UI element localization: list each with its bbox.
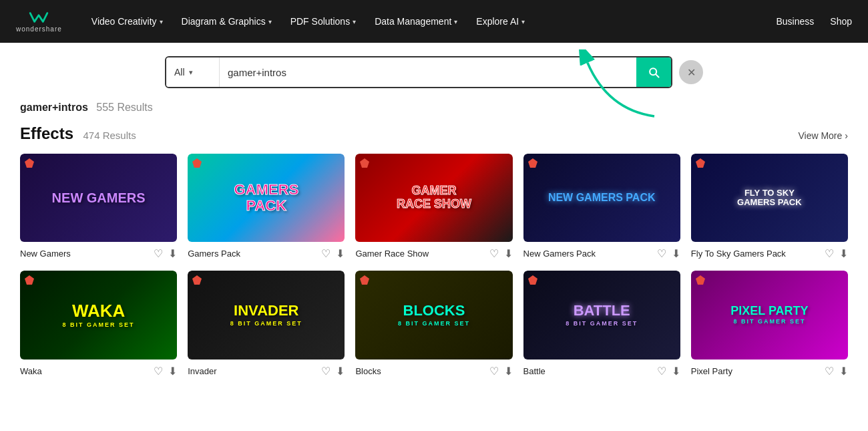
card-title: New Gamers Pack: [523, 249, 596, 259]
card-label: Waka ♡ ⬇: [20, 365, 177, 378]
download-icon[interactable]: ⬇: [672, 365, 680, 378]
view-more-button[interactable]: View More ›: [798, 130, 848, 141]
card-thumbnail: WAKA 8 BIT GAMER SET: [20, 271, 177, 359]
card-fly-to-sky[interactable]: FLY TO SKYGAMERS PACK Fly To Sky Gamers …: [691, 154, 848, 260]
search-bar: All ▾: [165, 56, 672, 88]
search-icon: [647, 65, 660, 79]
download-icon[interactable]: ⬇: [504, 365, 513, 378]
card-gamers-pack[interactable]: GAMERSPACK Gamers Pack ♡ ⬇: [188, 154, 345, 260]
chevron-down-icon: ▾: [454, 18, 457, 25]
cards-row-1: New Gamers New Gamers ♡ ⬇ GAMERSPACK Gam…: [20, 154, 848, 260]
heart-icon[interactable]: ♡: [825, 365, 834, 378]
card-thumbnail: INVADER 8 BIT GAMER SET: [188, 271, 345, 359]
card-actions: ♡ ⬇: [321, 247, 345, 260]
card-title: Gamers Pack: [188, 249, 240, 259]
heart-icon[interactable]: ♡: [657, 365, 666, 378]
card-label: Fly To Sky Gamers Pack ♡ ⬇: [691, 247, 848, 260]
nav-item-data-management[interactable]: Data Management ▾: [367, 11, 465, 32]
clear-button[interactable]: ✕: [679, 60, 703, 84]
chevron-down-icon: ▾: [353, 18, 356, 25]
gem-icon: [359, 275, 370, 285]
card-thumbnail: GAMERRACE SHOW: [355, 154, 512, 242]
card-actions: ♡ ⬇: [154, 365, 177, 378]
heart-icon[interactable]: ♡: [657, 247, 666, 260]
card-title: Blocks: [355, 366, 381, 376]
download-icon[interactable]: ⬇: [839, 247, 848, 260]
search-section: All ▾ ✕: [0, 43, 868, 99]
nav-item-business[interactable]: Business: [776, 16, 814, 27]
nav-item-diagram-graphics[interactable]: Diagram & Graphics ▾: [174, 11, 280, 32]
card-label: Invader ♡ ⬇: [188, 365, 345, 378]
search-button[interactable]: [636, 57, 671, 87]
gem-icon: [359, 158, 370, 168]
heart-icon[interactable]: ♡: [154, 365, 163, 378]
svg-marker-2: [192, 158, 202, 168]
nav-item-video-creativity[interactable]: Video Creativity ▾: [83, 11, 171, 32]
svg-marker-4: [528, 158, 537, 168]
nav-item-shop[interactable]: Shop: [830, 16, 852, 27]
card-label: Blocks ♡ ⬇: [355, 365, 512, 378]
card-new-gamers-pack[interactable]: New Gamers Pack New Gamers Pack ♡ ⬇: [523, 154, 680, 260]
card-label: New Gamers ♡ ⬇: [20, 247, 177, 260]
card-title: Battle: [523, 366, 546, 376]
card-pixel-party[interactable]: PIXEL PARTY 8 BIT GAMER SET Pixel Party …: [691, 271, 848, 377]
chevron-down-icon: ▾: [268, 18, 272, 25]
card-label: New Gamers Pack ♡ ⬇: [523, 247, 680, 260]
gem-icon: [695, 275, 706, 285]
card-waka[interactable]: WAKA 8 BIT GAMER SET Waka ♡ ⬇: [20, 271, 177, 377]
download-icon[interactable]: ⬇: [336, 247, 345, 260]
heart-icon[interactable]: ♡: [321, 365, 331, 378]
section-title: Effects: [20, 124, 73, 142]
card-thumbnail: FLY TO SKYGAMERS PACK: [691, 154, 848, 242]
svg-marker-1: [25, 158, 34, 168]
card-label: Battle ♡ ⬇: [523, 365, 680, 378]
gem-icon: [192, 158, 202, 168]
nav-items: Video Creativity ▾ Diagram & Graphics ▾ …: [83, 11, 777, 32]
card-thumbnail: GAMERSPACK: [188, 154, 345, 242]
card-actions: ♡ ⬇: [489, 365, 513, 378]
download-icon[interactable]: ⬇: [672, 247, 680, 260]
gem-icon: [695, 158, 706, 168]
card-actions: ♡ ⬇: [321, 365, 345, 378]
svg-marker-10: [696, 275, 705, 285]
svg-marker-3: [360, 158, 369, 168]
card-gamer-race-show[interactable]: GAMERRACE SHOW Gamer Race Show ♡ ⬇: [355, 154, 512, 260]
download-icon[interactable]: ⬇: [504, 247, 513, 260]
card-thumbnail: BATTLE 8 BIT GAMER SET: [523, 271, 680, 359]
svg-marker-7: [192, 275, 202, 285]
card-battle[interactable]: BATTLE 8 BIT GAMER SET Battle ♡ ⬇: [523, 271, 680, 377]
logo[interactable]: wondershare: [16, 11, 62, 33]
heart-icon[interactable]: ♡: [154, 247, 163, 260]
results-header: gamer+intros 555 Results: [0, 99, 868, 124]
card-title: Waka: [20, 366, 42, 376]
search-input[interactable]: [220, 57, 636, 87]
download-icon[interactable]: ⬇: [839, 365, 848, 378]
heart-icon[interactable]: ♡: [489, 365, 499, 378]
search-category-dropdown[interactable]: All ▾: [166, 57, 220, 87]
section-header: Effects 474 Results View More ›: [20, 124, 848, 143]
card-title: New Gamers: [20, 249, 71, 259]
section-count: 474 Results: [83, 130, 136, 141]
card-invader[interactable]: INVADER 8 BIT GAMER SET Invader ♡ ⬇: [188, 271, 345, 377]
nav-item-pdf-solutions[interactable]: PDF Solutions ▾: [282, 11, 364, 32]
download-icon[interactable]: ⬇: [168, 365, 177, 378]
nav-item-explore-ai[interactable]: Explore AI ▾: [468, 11, 533, 32]
gem-icon: [192, 275, 202, 285]
card-blocks[interactable]: BLOCKS 8 BIT GAMER SET Blocks ♡ ⬇: [355, 271, 512, 377]
heart-icon[interactable]: ♡: [489, 247, 499, 260]
card-actions: ♡ ⬇: [825, 365, 848, 378]
card-title: Gamer Race Show: [355, 249, 429, 259]
card-title: Pixel Party: [691, 366, 732, 376]
card-new-gamers[interactable]: New Gamers New Gamers ♡ ⬇: [20, 154, 177, 260]
card-actions: ♡ ⬇: [657, 365, 680, 378]
download-icon[interactable]: ⬇: [168, 247, 177, 260]
chevron-down-icon: ▾: [189, 68, 193, 77]
card-thumbnail: New Gamers: [20, 154, 177, 242]
gem-icon: [24, 275, 35, 285]
download-icon[interactable]: ⬇: [336, 365, 345, 378]
heart-icon[interactable]: ♡: [321, 247, 331, 260]
card-thumbnail: PIXEL PARTY 8 BIT GAMER SET: [691, 271, 848, 359]
card-label: Gamer Race Show ♡ ⬇: [355, 247, 512, 260]
navbar: wondershare Video Creativity ▾ Diagram &…: [0, 0, 868, 43]
heart-icon[interactable]: ♡: [825, 247, 834, 260]
